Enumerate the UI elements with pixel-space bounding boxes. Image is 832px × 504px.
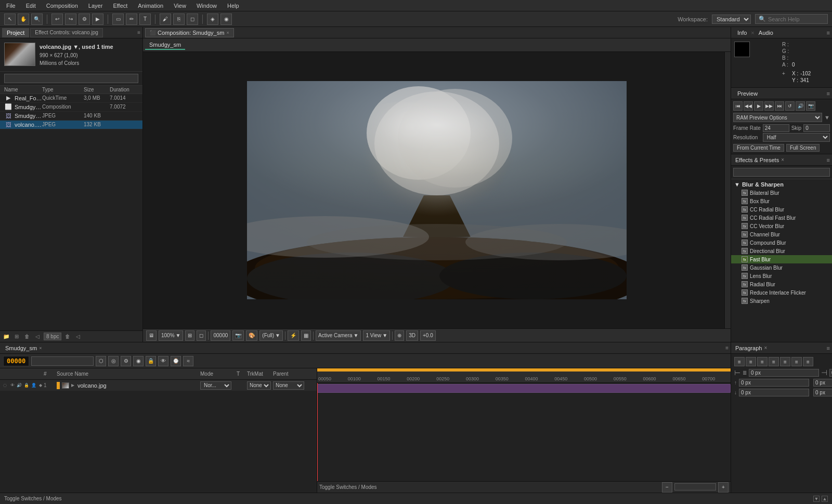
effects-menu[interactable]: ≡ (827, 157, 830, 163)
new-folder-btn[interactable]: 📁 (2, 333, 10, 341)
parent-select[interactable]: None (273, 381, 304, 390)
lock-btn[interactable]: 🔒 (146, 356, 156, 366)
snap-btn[interactable]: ⊕ (395, 330, 404, 341)
space-row2-left-input[interactable] (739, 389, 809, 396)
align-justify-right-btn[interactable]: ≡ (803, 357, 813, 366)
shy-switch[interactable]: 👤 (31, 382, 37, 389)
render-btn[interactable]: ⚙ (79, 14, 90, 25)
menu-item-composition[interactable]: Composition (44, 2, 80, 10)
clone-btn[interactable]: ⎘ (173, 14, 185, 25)
collapse-switch[interactable]: ◆ (37, 382, 44, 389)
eraser-btn[interactable]: ◻ (187, 14, 198, 25)
audio-switch[interactable]: 🔊 (16, 382, 22, 389)
effects-item-lens[interactable]: fx Lens Blur (731, 272, 832, 280)
effect-controls-tab[interactable]: Effect Controls: volcano.jpg (30, 28, 103, 37)
camera-btn[interactable]: 📷 (232, 330, 244, 341)
snapshot-btn[interactable]: 📷 (806, 101, 815, 111)
undo-btn[interactable]: ↩ (51, 14, 63, 25)
3d-btn[interactable]: 3D (406, 330, 418, 341)
fast-preview-btn[interactable]: ⚡ (288, 330, 299, 341)
list-item[interactable]: 🖼 Smudgy_...jpg JPEG 140 KB (0, 112, 142, 121)
tl-tab-close-btn[interactable]: × (39, 346, 42, 351)
menu-item-help[interactable]: Help (225, 2, 241, 10)
transparency-btn[interactable]: ▦ (301, 330, 311, 341)
effects-item-cc-vector[interactable]: fx CC Vector Blur (731, 222, 832, 230)
effects-category-blur[interactable]: ▼ Blur & Sharpen (731, 180, 832, 189)
playhead[interactable] (317, 383, 318, 481)
align-right-btn[interactable]: ≡ (757, 357, 768, 366)
layer-row[interactable]: ◌ 👁 🔊 🔒 👤 ◆ 1 ▶ volcano.jpg (0, 380, 317, 391)
search-input[interactable] (768, 16, 830, 22)
list-item[interactable]: ⬜ Smudgy_sm Composition 7.0072 (0, 103, 142, 112)
composition-tab[interactable]: ⬛ Composition: Smudgy_sm × (145, 28, 234, 37)
tc-search-input[interactable] (31, 356, 94, 366)
paragraph-menu[interactable]: ≡ (827, 345, 830, 351)
audio-tab[interactable]: Audio (755, 29, 777, 37)
skip-to-end-btn[interactable]: ⏭ (775, 101, 784, 111)
menu-item-edit[interactable]: Edit (24, 2, 38, 10)
mode-select[interactable]: Nor... (200, 381, 231, 390)
video-switch[interactable]: 👁 (9, 382, 16, 389)
new-marker-btn[interactable]: ⬡ (96, 356, 106, 366)
channels-btn[interactable]: 🎨 (246, 330, 257, 341)
paint-btn[interactable]: 🖌 (160, 14, 171, 25)
delete-btn[interactable]: 🗑 (23, 333, 31, 341)
effects-item-channel[interactable]: fx Channel Blur (731, 230, 832, 238)
effects-item-gaussian[interactable]: fx Gaussian Blur (731, 263, 832, 272)
workspace-select[interactable]: Standard (712, 15, 751, 24)
full-screen-btn[interactable]: Full Screen (786, 144, 820, 152)
play-btn[interactable]: ▶ (754, 101, 763, 111)
zoom-out-btn[interactable]: − (662, 482, 672, 493)
render-quality-btn[interactable]: (Full) ▼ (259, 330, 283, 341)
menu-item-layer[interactable]: Layer (86, 2, 105, 10)
step-back-btn[interactable]: ◀◀ (744, 101, 753, 111)
effects-item-reduce[interactable]: fx Reduce Interlace Flicker (731, 288, 832, 297)
viewer-scrollbar[interactable] (724, 52, 731, 328)
audio-btn[interactable]: 🔊 (796, 101, 805, 111)
timeline-tab[interactable]: Smudgy_sm × (2, 344, 45, 352)
solo-btn[interactable]: ◉ (133, 356, 144, 366)
view-select[interactable]: 1 View ▼ (363, 330, 390, 341)
zoom-down-btn[interactable]: ▼ (813, 496, 820, 502)
new-comp-btn[interactable]: ⊞ (12, 333, 21, 341)
frame-rate-input[interactable] (763, 124, 789, 132)
list-item[interactable]: 🖼 volcano.jpg JPEG 132 KB (0, 121, 142, 129)
effects-item-compound[interactable]: fx Compound Blur (731, 238, 832, 247)
redo-btn[interactable]: ↪ (65, 14, 76, 25)
pen-tool-btn[interactable]: ✏ (126, 14, 137, 25)
comp-settings-btn[interactable]: ◎ (108, 356, 119, 366)
select-tool-btn[interactable]: ↖ (4, 14, 16, 25)
project-search-input[interactable] (4, 74, 138, 83)
effects-close-btn[interactable]: × (781, 157, 784, 163)
resolution-select[interactable]: Half (763, 133, 830, 142)
exposure-btn[interactable]: +0.0 (420, 330, 436, 341)
space-before-input[interactable] (739, 379, 809, 387)
preview-tab[interactable]: Preview (733, 89, 762, 98)
effects-item-cc-radial-fast[interactable]: fx CC Radial Fast Blur (731, 214, 832, 222)
align-justify-center-btn[interactable]: ≡ (791, 357, 802, 366)
expand-icon[interactable]: ▶ (71, 383, 74, 388)
zoom-tool-btn[interactable]: 🔍 (31, 14, 43, 25)
timecode-display[interactable]: 00000 (211, 330, 230, 341)
color-swatch[interactable] (734, 42, 750, 57)
loop-btn[interactable]: ↺ (785, 101, 795, 111)
effects-item-bilateral[interactable]: fx Bilateral Blur (731, 189, 832, 197)
col-name-header[interactable]: Name (4, 87, 42, 92)
trash-btn[interactable]: 🗑 (63, 333, 72, 341)
from-current-btn[interactable]: From Current Time (733, 144, 784, 152)
fit-btn[interactable]: 🖥 (146, 330, 157, 341)
panel-menu-icon[interactable]: ≡ (137, 30, 140, 35)
viewer-tab[interactable]: Smudgy_sm (145, 41, 185, 50)
tc-timecode-display[interactable]: 00000 (3, 356, 29, 366)
hand-tool-btn[interactable]: ✋ (18, 14, 29, 25)
align-left-btn[interactable]: ≡ (734, 357, 745, 366)
preview-btn[interactable]: ▶ (92, 14, 103, 25)
grid-btn[interactable]: ⊞ (185, 330, 194, 341)
effects-search-input[interactable] (733, 168, 830, 177)
space-row2-right-input[interactable] (813, 389, 832, 396)
effects-tab[interactable]: Effects & Presets (733, 156, 781, 164)
space-after-input[interactable] (813, 379, 832, 387)
rect-tool-btn[interactable]: ▭ (112, 14, 124, 25)
effects-item-fast[interactable]: fx Fast Blur (731, 255, 832, 263)
menu-item-animation[interactable]: Animation (136, 2, 165, 10)
